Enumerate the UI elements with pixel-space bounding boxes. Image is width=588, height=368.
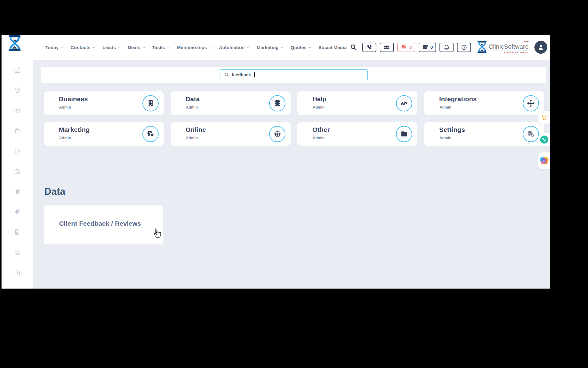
gift-icon[interactable] [14, 168, 21, 175]
gears-icon [523, 126, 539, 142]
chat-bubbles-icon [401, 44, 407, 51]
svg-text:?: ? [463, 46, 465, 49]
nav-label: Memberships [177, 45, 207, 50]
account-icon[interactable] [14, 249, 21, 256]
chevron-down-icon [167, 45, 170, 48]
category-card-business[interactable]: Business Admin [44, 91, 164, 115]
nav-item-leads[interactable]: Leads [103, 45, 121, 50]
category-card-other[interactable]: Other Admin [297, 122, 417, 146]
category-card-online[interactable]: Online Admin [171, 122, 291, 146]
chevron-down-icon [309, 45, 312, 48]
search-toolbar: feedback [41, 67, 546, 83]
sidebar-logo[interactable] [8, 35, 22, 52]
nav-label: Tasks [152, 45, 165, 50]
nav-item-tasks[interactable]: Tasks [152, 45, 170, 50]
messages-button[interactable]: 3 [397, 43, 415, 52]
card-title: Marketing [59, 126, 90, 133]
help-button[interactable]: ? [457, 43, 471, 52]
brand-underline [488, 51, 529, 51]
inbox-icon [383, 44, 390, 51]
category-card-help[interactable]: Help Admin [297, 91, 417, 115]
card-subtitle: Admin [313, 136, 325, 140]
category-card-data[interactable]: Data Admin [171, 91, 291, 115]
whatsapp-phone-icon [540, 135, 548, 144]
inbox-button[interactable] [380, 43, 394, 52]
nav-label: Quotes [291, 45, 307, 50]
card-title: Help [312, 95, 326, 103]
store-button[interactable]: 0 [419, 43, 436, 52]
notifications-button[interactable] [439, 43, 454, 52]
search-input[interactable]: feedback [220, 69, 368, 80]
history-icon[interactable] [14, 148, 21, 155]
vault-lock-icon[interactable] [14, 269, 21, 276]
brand-tld: .com [523, 40, 529, 43]
nav-label: Today [45, 45, 59, 50]
person-icon [537, 43, 545, 51]
cube-icon[interactable] [14, 87, 21, 94]
search-value: feedback [232, 72, 251, 77]
nav-label: Marketing [257, 45, 279, 50]
nav-item-memberships[interactable]: Memberships [177, 45, 212, 50]
text-caret [254, 72, 255, 77]
report-icon[interactable] [14, 228, 21, 236]
result-card-client-feedback[interactable]: Client Feedback / Reviews [44, 205, 163, 244]
bell-icon [443, 44, 450, 51]
nav-item-contacts[interactable]: Contacts [71, 45, 95, 50]
hourglass-logo-icon [477, 41, 487, 53]
card-title: Settings [439, 126, 465, 133]
copy-pages-icon[interactable] [14, 107, 21, 114]
nav-label: Leads [103, 45, 116, 50]
main-nav: Today Contacts Leads Deals Tasks Members… [45, 35, 347, 60]
nav-item-marketing[interactable]: Marketing [257, 45, 283, 50]
nav-item-deals[interactable]: Deals [128, 45, 145, 50]
brand-logo[interactable]: ClinicSoftware .com TEN STEPS AHEAD [477, 41, 529, 54]
card-title: Other [312, 126, 330, 133]
globe-icon [269, 126, 285, 142]
section-divider [41, 251, 546, 251]
category-card-integrations[interactable]: Integrations Admin [424, 91, 544, 115]
nav-label: Social Media [318, 45, 347, 50]
chevron-down-icon [142, 45, 145, 48]
results-section-title: Data [44, 186, 65, 197]
card-title: Online [186, 126, 206, 133]
phone-button[interactable] [362, 43, 376, 52]
chevron-down-icon [118, 45, 121, 48]
nav-label: Contacts [71, 45, 91, 50]
shopping-bag-icon[interactable] [14, 127, 21, 134]
nav-item-social-media[interactable]: Social Media [318, 45, 347, 50]
card-subtitle: Admin [59, 105, 71, 109]
chat-dollar-icon: $ [142, 126, 159, 142]
nav-item-today[interactable]: Today [45, 45, 63, 50]
result-title: Client Feedback / Reviews [59, 220, 141, 227]
calendar-icon[interactable]: 12 [14, 67, 21, 74]
handshake-icon [396, 95, 412, 111]
user-avatar[interactable] [534, 41, 547, 54]
card-subtitle: Admin [313, 105, 325, 109]
storefront-icon [422, 44, 428, 51]
nav-item-automation[interactable]: Automation [219, 45, 249, 50]
chevron-down-icon [281, 45, 284, 48]
category-grid: Business Admin Data Admin Help Admin Int… [44, 91, 544, 146]
category-card-marketing[interactable]: Marketing Admin $ [44, 122, 164, 146]
nav-item-quotes[interactable]: Quotes [291, 45, 311, 50]
category-card-settings[interactable]: Settings Admin [424, 122, 544, 146]
card-title: Integrations [439, 95, 477, 103]
orange-cart-icon [541, 114, 548, 121]
card-subtitle: Admin [186, 105, 198, 109]
header-actions: 3 0 ? [350, 35, 547, 60]
floating-phone-button[interactable] [538, 133, 550, 146]
database-icon [269, 95, 285, 111]
messages-count: 3 [409, 45, 412, 50]
building-icon [142, 95, 159, 111]
brand-name: ClinicSoftware [488, 43, 529, 50]
top-header: Today Contacts Leads Deals Tasks Members… [2, 35, 550, 60]
ai-assistant-icon: AI [539, 155, 549, 166]
cart-icon[interactable] [14, 188, 21, 195]
search-icon[interactable] [350, 44, 357, 51]
card-subtitle: Admin [186, 136, 198, 140]
chevron-down-icon [92, 45, 96, 48]
floating-ai-button[interactable]: AI [538, 152, 550, 169]
floating-cart-button[interactable] [538, 111, 550, 124]
chevron-down-icon [247, 45, 250, 48]
price-tag-icon[interactable] [14, 208, 21, 215]
